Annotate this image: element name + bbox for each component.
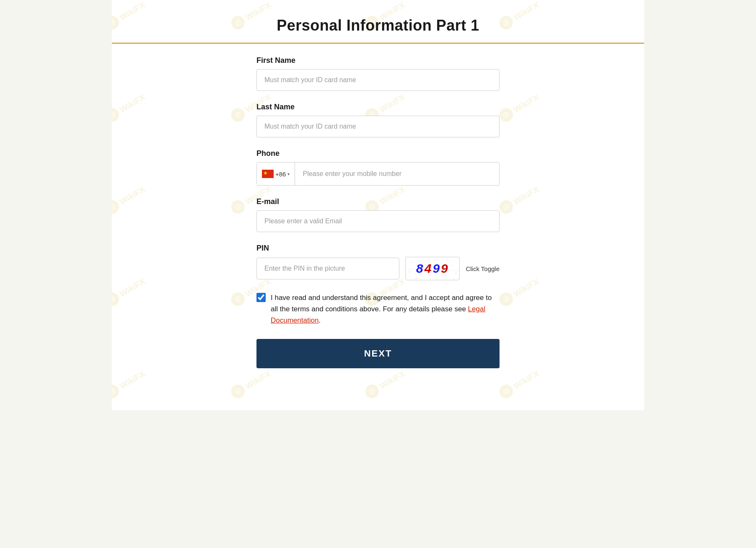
svg-point-12 (430, 279, 431, 279)
phone-number-input[interactable] (295, 163, 499, 184)
pin-row: 8499 Click Toggle (256, 257, 500, 280)
china-flag-icon (262, 170, 274, 178)
click-toggle-button[interactable]: Click Toggle (466, 265, 500, 272)
pin-text-input[interactable] (256, 258, 399, 279)
last-name-label: Last Name (256, 103, 500, 111)
page-container: @ WikiFX @ WikiFX @ WikiFX @ WikiFX @ Wi… (112, 0, 644, 410)
next-button[interactable]: NEXT (256, 339, 500, 368)
phone-label: Phone (256, 149, 500, 158)
page-header: Personal Information Part 1 (112, 0, 644, 44)
svg-point-2 (435, 260, 435, 261)
captcha-digit-4: 9 (441, 261, 449, 275)
svg-point-9 (409, 271, 410, 272)
pin-label: PIN (256, 244, 500, 253)
svg-point-15 (453, 279, 454, 279)
agreement-text-after: . (318, 316, 321, 324)
phone-group: Phone +86 ▾ (256, 149, 500, 186)
captcha-digit-1: 8 (416, 261, 425, 275)
svg-point-5 (416, 278, 417, 279)
chevron-down-icon: ▾ (287, 172, 290, 176)
agreement-text-before: I have read and understand this agreemen… (271, 294, 492, 313)
email-label: E-mail (256, 197, 500, 206)
svg-point-13 (447, 259, 448, 260)
first-name-input[interactable] (256, 69, 500, 91)
email-group: E-mail (256, 197, 500, 232)
first-name-group: First Name (256, 56, 500, 91)
agreement-checkbox[interactable] (256, 293, 266, 302)
captcha-digit-2: 4 (425, 261, 433, 275)
first-name-label: First Name (256, 56, 500, 65)
svg-point-8 (456, 273, 456, 274)
phone-country-code: +86 (275, 171, 286, 178)
last-name-group: Last Name (256, 103, 500, 137)
page-content: Personal Information Part 1 First Name L… (112, 0, 644, 385)
pin-captcha-image: 8499 (405, 257, 460, 280)
last-name-input[interactable] (256, 116, 500, 137)
agreement-section: I have read and understand this agreemen… (256, 292, 500, 326)
email-input[interactable] (256, 210, 500, 232)
pin-group: PIN (256, 244, 500, 280)
captcha-digit-3: 9 (432, 261, 441, 275)
phone-country-selector[interactable]: +86 ▾ (257, 163, 295, 185)
agreement-text: I have read and understand this agreemen… (271, 292, 500, 326)
pin-captcha-text: 8499 (416, 261, 449, 276)
svg-point-0 (412, 262, 412, 263)
page-title: Personal Information Part 1 (120, 17, 636, 34)
phone-input-wrapper: +86 ▾ (256, 162, 500, 186)
svg-point-4 (451, 265, 452, 266)
form-container: First Name Last Name Phone +86 ▾ (248, 56, 508, 368)
svg-point-3 (445, 276, 446, 277)
